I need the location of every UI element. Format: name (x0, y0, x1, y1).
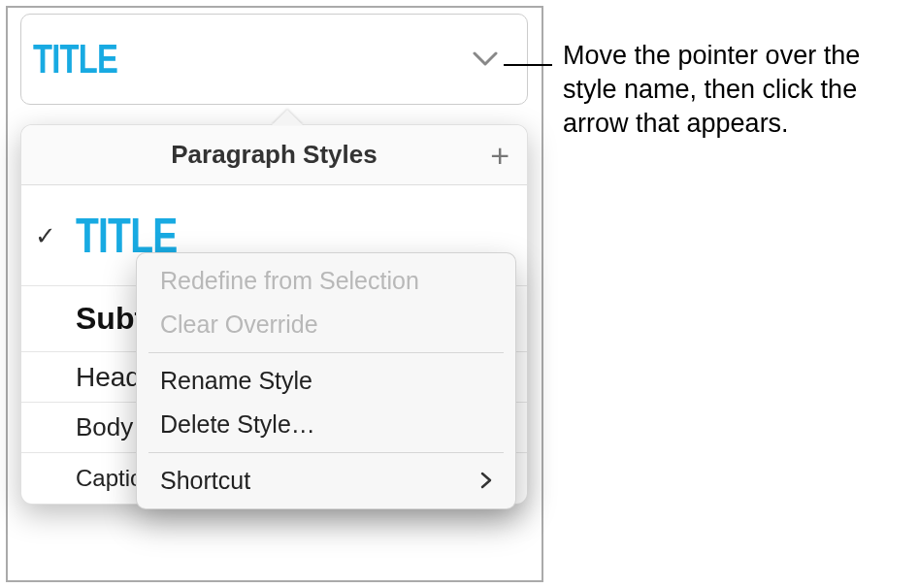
menu-shortcut-label: Shortcut (160, 467, 250, 495)
menu-delete-label: Delete Style… (160, 410, 315, 439)
current-style-label: TITLE (33, 36, 117, 82)
menu-separator (148, 352, 504, 353)
menu-delete-style[interactable]: Delete Style… (137, 403, 515, 446)
checkmark-icon: ✓ (35, 220, 56, 250)
menu-rename-style[interactable]: Rename Style (137, 359, 515, 403)
popover-caret (272, 110, 303, 125)
style-body-preview: Body (76, 412, 133, 442)
menu-redefine: Redefine from Selection (137, 259, 515, 303)
menu-separator (148, 452, 504, 453)
menu-shortcut[interactable]: Shortcut (137, 459, 515, 503)
popover-header: Paragraph Styles + (21, 125, 527, 185)
chevron-right-icon (480, 467, 492, 495)
chevron-down-icon[interactable] (473, 51, 498, 67)
panel-frame: TITLE Paragraph Styles + ✓ TITLE Subtitl… (6, 6, 543, 582)
menu-rename-label: Rename Style (160, 367, 312, 395)
callout-leader-line (504, 64, 552, 66)
menu-clear-override: Clear Override (137, 303, 515, 346)
callout-text: Move the pointer over the style name, th… (563, 39, 914, 141)
popover-title: Paragraph Styles (171, 140, 377, 170)
style-context-menu: Redefine from Selection Clear Override R… (136, 252, 516, 509)
add-style-button[interactable]: + (490, 139, 509, 172)
menu-clear-label: Clear Override (160, 310, 318, 339)
current-style-well[interactable]: TITLE (20, 14, 528, 105)
menu-redefine-label: Redefine from Selection (160, 267, 419, 295)
